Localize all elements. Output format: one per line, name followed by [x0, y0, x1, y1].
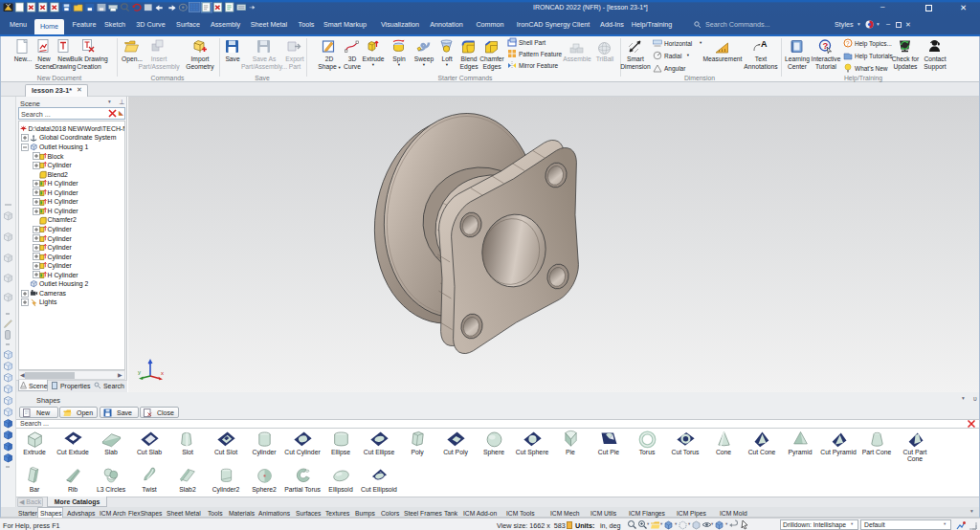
svg-text:?: ?: [846, 40, 850, 47]
svg-text:x: x: [161, 370, 164, 376]
svg-text:A: A: [761, 39, 768, 49]
svg-text:y: y: [138, 369, 141, 375]
svg-text:z: z: [148, 360, 151, 365]
